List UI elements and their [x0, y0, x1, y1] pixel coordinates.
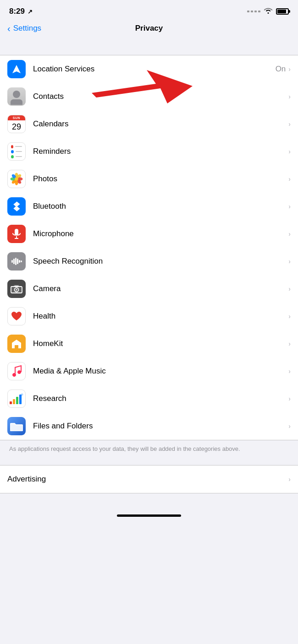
back-button[interactable]: ‹ Settings [7, 23, 41, 34]
microphone-chevron: › [288, 230, 291, 238]
advertising-list: Advertising › [0, 465, 298, 493]
reminders-icon [7, 142, 26, 161]
advertising-chevron: › [288, 476, 291, 483]
nav-bar: ‹ Settings Privacy [0, 20, 298, 38]
status-bar: 8:29 ↗ [0, 0, 298, 20]
svg-rect-23 [15, 368, 16, 375]
section-gap-bottom [0, 493, 298, 503]
list-item-contacts[interactable]: Contacts › [0, 83, 298, 110]
list-item-media-apple-music[interactable]: Media & Apple Music › [0, 357, 298, 385]
photos-label: Photos [33, 174, 288, 184]
svg-rect-25 [13, 399, 15, 404]
section-gap-middle [0, 460, 298, 465]
svg-rect-15 [15, 258, 17, 265]
svg-rect-27 [19, 395, 22, 404]
list-item-calendars[interactable]: SUN 29 Calendars › [0, 110, 298, 138]
list-item-research[interactable]: Research › [0, 385, 298, 412]
privacy-list: Location Services On › Contacts › SUN 29… [0, 55, 298, 440]
location-services-value: On [276, 65, 286, 74]
list-item-location-services[interactable]: Location Services On › [0, 55, 298, 83]
list-item-microphone[interactable]: Microphone › [0, 220, 298, 248]
list-item-advertising[interactable]: Advertising › [0, 465, 298, 493]
speech-recognition-label: Speech Recognition [33, 257, 288, 266]
svg-rect-14 [13, 259, 15, 264]
list-item-camera[interactable]: Camera › [0, 275, 298, 303]
calendars-icon: SUN 29 [7, 115, 26, 133]
svg-rect-24 [10, 401, 12, 404]
signal-icon [247, 11, 260, 12]
svg-point-22 [16, 289, 17, 291]
list-item-bluetooth[interactable]: Bluetooth › [0, 193, 298, 220]
svg-rect-13 [11, 260, 13, 263]
microphone-label: Microphone [33, 229, 288, 238]
photos-chevron: › [288, 175, 291, 183]
svg-point-9 [15, 177, 18, 181]
camera-label: Camera [33, 284, 288, 293]
list-item-speech-recognition[interactable]: Speech Recognition › [0, 248, 298, 275]
research-label: Research [33, 394, 288, 403]
homekit-icon [7, 335, 26, 353]
homekit-chevron: › [288, 340, 291, 347]
speech-recognition-chevron: › [288, 258, 291, 265]
calendars-label: Calendars [33, 119, 288, 129]
media-apple-music-chevron: › [288, 368, 291, 375]
location-services-label: Location Services [33, 65, 276, 74]
microphone-icon [7, 225, 26, 243]
list-item-files-and-folders[interactable]: Files and Folders › [0, 412, 298, 440]
battery-icon [276, 8, 289, 15]
location-services-chevron: › [288, 65, 291, 73]
page-title: Privacy [135, 24, 163, 33]
status-time: 8:29 ↗ [9, 7, 33, 16]
media-apple-music-label: Media & Apple Music [33, 367, 288, 376]
svg-rect-16 [17, 259, 18, 264]
list-item-reminders[interactable]: Reminders › [0, 138, 298, 165]
photos-icon [7, 170, 26, 188]
files-and-folders-icon [7, 417, 26, 435]
health-chevron: › [288, 313, 291, 320]
list-item-photos[interactable]: Photos › [0, 165, 298, 193]
homekit-label: HomeKit [33, 339, 288, 348]
location-services-icon [7, 60, 26, 78]
camera-chevron: › [288, 285, 291, 292]
location-indicator-icon: ↗ [28, 8, 33, 15]
svg-rect-17 [19, 260, 20, 263]
svg-point-28 [21, 394, 23, 396]
home-indicator [117, 514, 181, 517]
status-right [247, 7, 289, 16]
back-label[interactable]: Settings [13, 24, 41, 33]
contacts-icon [7, 87, 26, 106]
research-chevron: › [288, 395, 291, 402]
footer-note: As applications request access to your d… [0, 440, 298, 460]
wifi-icon [264, 7, 272, 16]
bluetooth-chevron: › [288, 203, 291, 210]
list-item-homekit[interactable]: HomeKit › [0, 330, 298, 357]
back-chevron-icon: ‹ [7, 23, 11, 34]
reminders-label: Reminders [33, 147, 288, 156]
contacts-chevron: › [288, 93, 291, 100]
health-icon [7, 307, 26, 325]
bluetooth-icon [7, 197, 26, 216]
health-label: Health [33, 312, 288, 321]
files-and-folders-chevron: › [288, 422, 291, 430]
svg-marker-20 [14, 286, 19, 287]
speech-recognition-icon [7, 252, 26, 271]
section-gap-top [0, 38, 298, 55]
list-item-health[interactable]: Health › [0, 303, 298, 330]
svg-rect-10 [15, 229, 18, 235]
research-icon [7, 390, 26, 408]
svg-rect-26 [16, 397, 18, 404]
advertising-label: Advertising [7, 475, 288, 484]
files-and-folders-label: Files and Folders [33, 422, 288, 431]
media-apple-music-icon [7, 362, 26, 380]
home-bar [0, 510, 298, 520]
calendars-chevron: › [288, 120, 291, 128]
bluetooth-label: Bluetooth [33, 202, 288, 211]
svg-rect-18 [21, 260, 22, 262]
reminders-chevron: › [288, 148, 291, 155]
camera-icon [7, 280, 26, 298]
contacts-label: Contacts [33, 92, 288, 101]
